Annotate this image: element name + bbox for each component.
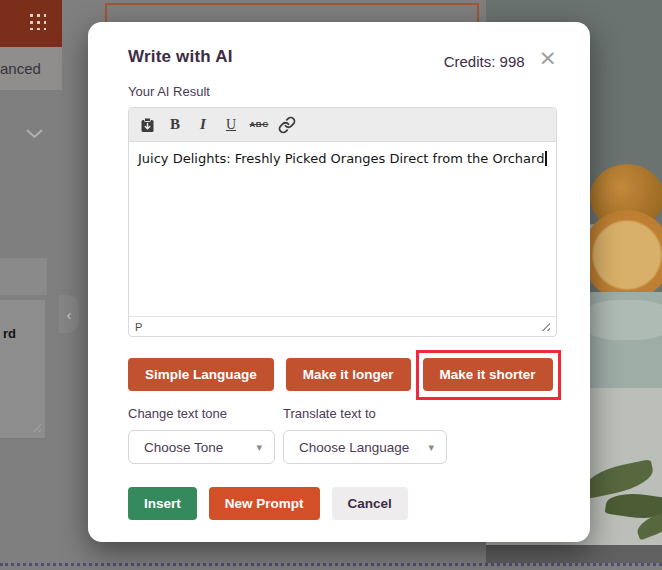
text-cursor xyxy=(545,151,547,166)
sidebar-textarea-partial[interactable]: rd xyxy=(0,300,45,439)
tone-select[interactable]: Choose Tone ▾ xyxy=(128,430,275,464)
app-logo-block xyxy=(0,0,62,47)
bold-icon[interactable]: B xyxy=(161,112,189,138)
language-select[interactable]: Choose Language ▾ xyxy=(283,430,447,464)
quick-actions-row: Simple Language Make it longer Make it s… xyxy=(128,358,557,391)
new-prompt-button[interactable]: New Prompt xyxy=(209,487,320,520)
credits-counter: Credits: 998 xyxy=(444,53,525,70)
make-it-longer-button[interactable]: Make it longer xyxy=(286,358,411,391)
caret-down-icon: ▾ xyxy=(256,441,262,454)
chevron-down-icon[interactable] xyxy=(26,126,43,137)
collapse-left-icon: ‹ xyxy=(67,306,72,323)
sidebar-tab-label: anced xyxy=(0,60,41,77)
apps-grid-icon[interactable] xyxy=(27,11,46,30)
write-with-ai-modal: Write with AI Credits: 998 × Your AI Res… xyxy=(88,22,590,542)
page-boundary-dotted-line xyxy=(0,563,662,566)
modal-title: Write with AI xyxy=(128,47,233,67)
italic-icon[interactable]: I xyxy=(189,112,217,138)
element-path: P xyxy=(135,321,142,333)
editor-toolbar: B I U ABC xyxy=(129,108,556,142)
caret-down-icon: ▾ xyxy=(428,441,434,454)
editor-resize-grip-icon[interactable] xyxy=(540,322,550,331)
resize-grip-icon[interactable] xyxy=(31,423,41,432)
cloth-fold-shape xyxy=(582,300,662,340)
orange-half-shape xyxy=(582,210,662,300)
insert-button[interactable]: Insert xyxy=(128,487,197,520)
link-icon[interactable] xyxy=(273,112,301,138)
editor-content-area[interactable]: Juicy Delights: Freshly Picked Oranges D… xyxy=(129,142,556,316)
annotation-highlight-box: Make it shorter xyxy=(423,358,553,391)
cancel-button[interactable]: Cancel xyxy=(332,487,408,520)
underline-icon[interactable]: U xyxy=(217,112,245,138)
language-select-value: Choose Language xyxy=(299,440,409,455)
sidebar-text-partial: rd xyxy=(3,326,16,341)
photo-bottom-edge xyxy=(486,545,662,563)
tone-select-value: Choose Tone xyxy=(144,440,223,455)
translate-label: Translate text to xyxy=(283,406,447,421)
modal-header: Write with AI Credits: 998 × xyxy=(128,47,557,71)
modal-footer: Insert New Prompt Cancel xyxy=(128,487,557,520)
sidebar-collapse-handle[interactable]: ‹ xyxy=(59,295,79,333)
make-it-shorter-button[interactable]: Make it shorter xyxy=(423,358,553,391)
dropdowns-row: Change text tone Choose Tone ▾ Translate… xyxy=(128,406,557,464)
paste-icon[interactable] xyxy=(133,112,161,138)
editor-text: Juicy Delights: Freshly Picked Oranges D… xyxy=(138,151,544,166)
sidebar-tab-advanced-partial[interactable]: anced xyxy=(0,47,62,90)
sidebar-field-partial xyxy=(0,258,47,295)
close-icon[interactable]: × xyxy=(539,50,557,66)
tone-label: Change text tone xyxy=(128,406,275,421)
ai-result-editor[interactable]: B I U ABC Juicy Delights: Freshly Picked… xyxy=(128,107,557,337)
simple-language-button[interactable]: Simple Language xyxy=(128,358,274,391)
editor-statusbar: P xyxy=(129,316,556,336)
result-label: Your AI Result xyxy=(128,84,557,99)
strikethrough-icon[interactable]: ABC xyxy=(245,112,273,138)
